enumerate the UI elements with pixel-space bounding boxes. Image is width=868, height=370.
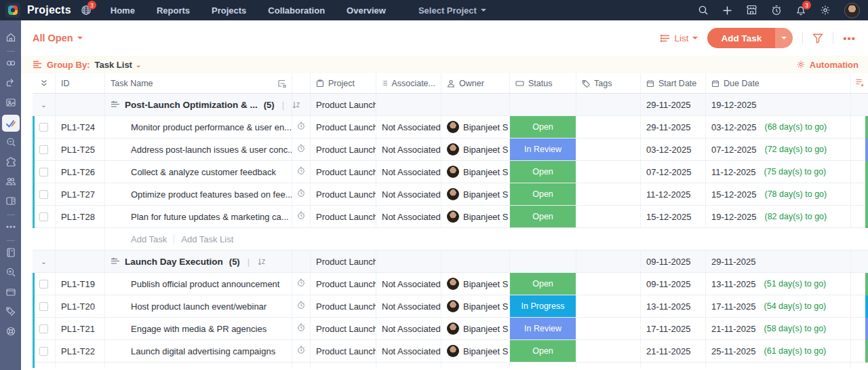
header-start-date[interactable]: Start Date	[641, 73, 706, 93]
owner-cell[interactable]: Bipanjeet S	[441, 206, 510, 227]
settings-gear-icon[interactable]	[820, 5, 831, 16]
sidebar-item-zoom-search[interactable]	[0, 263, 21, 283]
status-badge[interactable]: Open	[510, 273, 576, 295]
task-name-cell[interactable]: Monitor product performance & user en...	[105, 116, 292, 138]
timer-cell[interactable]	[292, 161, 311, 183]
sidebar-item-documents[interactable]	[0, 192, 21, 212]
bell-icon[interactable]: 3	[795, 5, 806, 16]
sidebar-item-support[interactable]	[0, 322, 21, 342]
filter-funnel-icon[interactable]	[812, 33, 823, 43]
task-checkbox[interactable]	[39, 212, 48, 221]
header-associated[interactable]: Associate...	[376, 73, 441, 93]
tags-cell[interactable]	[576, 295, 641, 317]
timer-cell[interactable]	[292, 295, 311, 317]
tags-cell[interactable]	[576, 183, 641, 205]
search-icon[interactable]	[698, 5, 709, 16]
task-name-cell[interactable]: Collect & analyze customer feedback	[105, 161, 292, 183]
task-name-link[interactable]: Launch digital advertising campaigns	[131, 346, 275, 356]
sidebar-item-home[interactable]	[0, 29, 21, 48]
task-checkbox[interactable]	[39, 347, 48, 356]
nav-collaboration[interactable]: Collaboration	[268, 5, 325, 16]
sidebar-item-wallet[interactable]	[0, 283, 21, 303]
sidebar-item-teams[interactable]	[0, 172, 21, 192]
tags-cell[interactable]	[576, 206, 641, 227]
task-name-link[interactable]: Optimize product features based on fee..…	[131, 189, 292, 200]
tags-cell[interactable]	[576, 116, 641, 138]
task-checkbox[interactable]	[39, 302, 48, 311]
task-checkbox[interactable]	[39, 280, 48, 289]
sidebar-item-integrations[interactable]	[0, 153, 21, 172]
sidebar-item-dashboards[interactable]	[0, 94, 21, 113]
view-mode-dropdown[interactable]: List	[660, 33, 698, 43]
automation-link[interactable]: Automation	[796, 60, 868, 70]
sidebar-item-issues[interactable]	[0, 133, 21, 153]
add-column-header[interactable]	[851, 73, 868, 93]
timer-cell[interactable]	[292, 273, 311, 295]
owner-cell[interactable]: Bipanjeet S	[441, 161, 510, 183]
task-checkbox[interactable]	[39, 190, 48, 199]
sidebar-item-more[interactable]	[0, 218, 21, 238]
task-name-cell[interactable]: Launch digital advertising campaigns	[105, 340, 292, 362]
task-name-link[interactable]: Plan for future updates & marketing ca..…	[131, 212, 289, 222]
collapse-group-toggle[interactable]: ⌄	[33, 94, 56, 115]
owner-cell[interactable]: Bipanjeet S	[441, 138, 510, 160]
task-name-cell[interactable]: Plan for future updates & marketing ca..…	[105, 206, 292, 227]
plus-icon[interactable]	[722, 5, 732, 16]
sidebar-item-flows[interactable]	[0, 74, 21, 94]
sidebar-item-notebook[interactable]	[0, 244, 21, 263]
group-by-value-dropdown[interactable]: Task List ⌄	[95, 60, 142, 70]
task-name-link[interactable]: Collect & analyze customer feedback	[131, 167, 276, 177]
task-name-link[interactable]: Address post-launch issues & user conc..…	[131, 145, 292, 155]
header-owner[interactable]: Owner	[441, 73, 510, 93]
tags-cell[interactable]	[576, 138, 641, 160]
owner-cell[interactable]: Bipanjeet S	[441, 116, 510, 138]
nav-reports[interactable]: Reports	[157, 5, 190, 16]
status-badge[interactable]: Open	[510, 161, 576, 183]
sidebar-item-tags[interactable]	[0, 303, 21, 322]
sidebar-item-tasks[interactable]	[0, 113, 21, 133]
task-checkbox[interactable]	[39, 123, 48, 132]
header-task-name[interactable]: Task Name	[105, 73, 292, 93]
header-id[interactable]: ID	[56, 73, 105, 93]
status-badge[interactable]: Open	[510, 340, 576, 362]
status-badge[interactable]: Open	[510, 116, 576, 138]
marketplace-icon[interactable]	[746, 5, 757, 16]
status-badge[interactable]: In Review	[510, 138, 576, 160]
add-task-split-dropdown[interactable]	[775, 28, 793, 48]
task-name-link[interactable]: Engage with media & PR agencies	[131, 324, 267, 334]
tags-cell[interactable]	[576, 340, 641, 362]
user-avatar[interactable]	[844, 3, 860, 18]
timer-cell[interactable]	[292, 183, 311, 205]
task-name-link[interactable]: Host product launch event/webinar	[131, 301, 267, 312]
nav-home[interactable]: Home	[111, 5, 135, 16]
tags-cell[interactable]	[576, 161, 641, 183]
status-badge[interactable]: Open	[510, 183, 576, 205]
more-options-icon[interactable]: •••	[843, 33, 856, 44]
header-due-date[interactable]: Due Date	[706, 73, 851, 93]
timer-cell[interactable]	[292, 206, 311, 227]
task-name-cell[interactable]: Optimize product features based on fee..…	[105, 183, 292, 205]
status-badge[interactable]: In Progress	[510, 295, 576, 317]
status-badge[interactable]: In Review	[510, 318, 576, 339]
collapse-all-header[interactable]	[33, 73, 56, 93]
timer-icon[interactable]	[771, 5, 782, 16]
task-checkbox[interactable]	[39, 168, 48, 177]
select-project-dropdown[interactable]: Select Project	[418, 5, 486, 16]
task-filter-dropdown[interactable]: All Open	[33, 33, 83, 43]
task-name-cell[interactable]: Host product launch event/webinar	[105, 295, 292, 317]
task-checkbox[interactable]	[39, 325, 48, 333]
task-name-cell[interactable]: Address post-launch issues & user conc..…	[105, 138, 292, 160]
sort-icon[interactable]	[257, 257, 266, 266]
task-checkbox[interactable]	[39, 145, 48, 154]
header-tags[interactable]: Tags	[576, 73, 641, 93]
add-task-list-link[interactable]: Add Task List	[181, 234, 233, 244]
task-name-link[interactable]: Monitor product performance & user en...	[131, 122, 292, 132]
timer-cell[interactable]	[292, 340, 311, 362]
owner-cell[interactable]: Bipanjeet S	[441, 183, 510, 205]
header-project[interactable]: Project	[311, 73, 376, 93]
apps-menu-icon[interactable]: 3	[81, 5, 92, 16]
owner-cell[interactable]: Bipanjeet S	[441, 295, 510, 317]
zoho-projects-logo[interactable]	[5, 3, 20, 18]
timer-cell[interactable]	[292, 138, 311, 160]
add-task-link[interactable]: Add Task	[131, 234, 167, 244]
